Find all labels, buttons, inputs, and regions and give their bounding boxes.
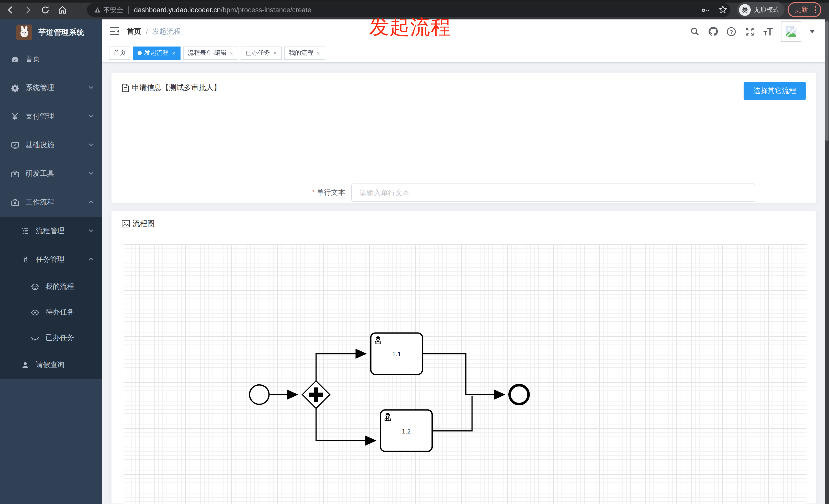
- tab-close-icon[interactable]: ×: [316, 50, 321, 56]
- breadcrumb-separator: /: [146, 27, 148, 36]
- sidebar-item-system[interactable]: 系统管理: [0, 74, 102, 102]
- browser-back-icon[interactable]: [4, 4, 16, 16]
- password-key-icon[interactable]: [700, 5, 710, 16]
- sidebar-item-dev-tools[interactable]: 研发工具: [0, 159, 102, 188]
- chevron-down-icon: [88, 170, 94, 178]
- incognito-badge: 无痕模式: [737, 2, 785, 17]
- tab-label: 发起流程: [144, 48, 169, 57]
- sidebar-item-label: 工作流程: [26, 198, 54, 207]
- incognito-icon: [739, 4, 751, 15]
- app-logo-row[interactable]: 芋道管理系统: [0, 20, 102, 45]
- browser-update-button[interactable]: 更新: [788, 2, 821, 17]
- sidebar-collapse-icon[interactable]: [109, 27, 120, 36]
- text-field-label: *单行文本: [294, 188, 345, 197]
- bookmark-star-icon[interactable]: [718, 5, 728, 16]
- url-divider: [129, 6, 129, 14]
- dashboard-icon: [9, 53, 21, 66]
- sidebar-item-label: 已办任务: [45, 333, 74, 343]
- application-card-header: 申请信息【测试多审批人】: [111, 73, 816, 103]
- app-logo-rabbit-avatar: [16, 24, 32, 40]
- bpmn-parallel-gateway[interactable]: [302, 381, 330, 409]
- page-root: 不安全 dashboard.yudao.iocoder.cn/bpm/proce…: [0, 0, 829, 504]
- not-secure-warning[interactable]: 不安全: [94, 5, 123, 14]
- tab-start-process[interactable]: 发起流程 ×: [133, 46, 181, 60]
- browser-menu-icon[interactable]: [815, 6, 816, 13]
- flow-gateway-to-task2: [316, 409, 375, 440]
- breadcrumb-current: 发起流程: [152, 27, 181, 36]
- bpmn-user-task-2[interactable]: 1.2: [381, 410, 432, 451]
- tab-close-icon[interactable]: ×: [171, 50, 176, 56]
- bpmn-canvas[interactable]: 1.1 1.2: [124, 244, 806, 504]
- text-field-row: *单行文本: [294, 184, 755, 202]
- breadcrumb-home[interactable]: 首页: [127, 27, 141, 36]
- bpmn-end-event[interactable]: [510, 385, 529, 404]
- sidebar-item-home[interactable]: 首页: [0, 45, 102, 74]
- tab-label: 流程表单-编辑: [188, 48, 226, 57]
- broken-image-icon: [785, 25, 798, 38]
- sidebar-item-process-management[interactable]: 流程管理: [0, 217, 102, 245]
- gear-icon: [9, 82, 21, 94]
- tab-close-icon[interactable]: ×: [229, 50, 234, 56]
- user-avatar[interactable]: [781, 21, 801, 42]
- yen-icon: [9, 110, 21, 123]
- sidebar-item-todo-tasks[interactable]: 待办任务: [0, 300, 102, 325]
- browser-reload-icon[interactable]: [39, 4, 51, 16]
- sidebar-item-leave-query[interactable]: 请假查询: [0, 351, 102, 379]
- chevron-down-icon: [88, 112, 94, 121]
- sidebar-item-label: 系统管理: [26, 83, 54, 92]
- fullscreen-icon[interactable]: [744, 26, 755, 37]
- tab-process-form-edit[interactable]: 流程表单-编辑 ×: [183, 46, 238, 60]
- browser-forward-icon[interactable]: [22, 4, 34, 16]
- tab-home[interactable]: 首页: [109, 46, 131, 60]
- select-other-process-button[interactable]: 选择其它流程: [744, 82, 806, 100]
- sidebar-item-label: 待办任务: [45, 308, 74, 317]
- tab-label: 我的流程: [289, 48, 314, 57]
- branch-icon: [19, 254, 31, 266]
- not-secure-label: 不安全: [103, 5, 123, 14]
- update-label: 更新: [795, 5, 808, 14]
- font-size-icon[interactable]: [762, 26, 774, 37]
- person-icon: [19, 359, 31, 371]
- flow-task1-to-end: [423, 354, 504, 395]
- page-scrollbar[interactable]: [825, 20, 829, 504]
- url-host: dashboard.yudao.iocoder.cn: [134, 6, 221, 14]
- sidebar-item-label: 流程管理: [36, 226, 65, 236]
- sidebar-item-payment[interactable]: 支付管理: [0, 102, 102, 131]
- sidebar-item-label: 首页: [26, 55, 40, 64]
- tab-label: 已办任务: [246, 48, 270, 57]
- app-title: 芋道管理系统: [38, 27, 84, 37]
- flow-task2-to-join: [432, 396, 472, 431]
- tab-close-icon[interactable]: ×: [273, 50, 277, 56]
- application-card-title: 申请信息【测试多审批人】: [132, 83, 221, 92]
- browser-home-icon[interactable]: [56, 4, 69, 16]
- help-icon[interactable]: ?: [726, 26, 737, 37]
- bpmn-start-event[interactable]: [250, 385, 269, 404]
- tab-my-process[interactable]: 我的流程 ×: [284, 46, 325, 60]
- single-line-text-input[interactable]: [351, 184, 755, 202]
- annotation-overlay-text: 发起流程: [369, 13, 451, 41]
- avatar-caret-icon[interactable]: [809, 30, 815, 33]
- active-tab-dot: [138, 51, 142, 55]
- chevron-up-icon: [88, 198, 94, 206]
- url-path: /bpm/process-instance/create: [221, 6, 311, 14]
- sidebar-item-label: 请假查询: [36, 360, 65, 370]
- task-1-label: 1.1: [392, 350, 401, 357]
- sidebar: 芋道管理系统 首页 系统管理 支付管理 基础设施: [0, 20, 102, 504]
- sidebar-item-workflow[interactable]: 工作流程: [0, 188, 102, 217]
- sidebar-item-my-process[interactable]: 我的流程: [0, 274, 102, 300]
- sidebar-item-done-tasks[interactable]: 已办任务: [0, 325, 102, 351]
- task-2-label: 1.2: [402, 428, 411, 435]
- scrollbar-thumb[interactable]: [825, 21, 828, 141]
- incognito-label: 无痕模式: [754, 5, 780, 14]
- sidebar-item-task-management[interactable]: 任务管理: [0, 245, 102, 274]
- bpmn-user-task-1[interactable]: 1.1: [371, 333, 423, 375]
- search-icon[interactable]: [689, 26, 700, 37]
- sidebar-item-infrastructure[interactable]: 基础设施: [0, 131, 102, 159]
- chevron-down-icon: [88, 141, 94, 149]
- breadcrumb: 首页 / 发起流程: [127, 20, 181, 43]
- sidebar-item-label: 任务管理: [36, 255, 65, 264]
- warning-triangle-icon: [94, 7, 101, 13]
- flow-gateway-to-task1: [316, 354, 366, 381]
- tab-done-tasks[interactable]: 已办任务 ×: [241, 46, 282, 60]
- github-icon[interactable]: [707, 26, 719, 37]
